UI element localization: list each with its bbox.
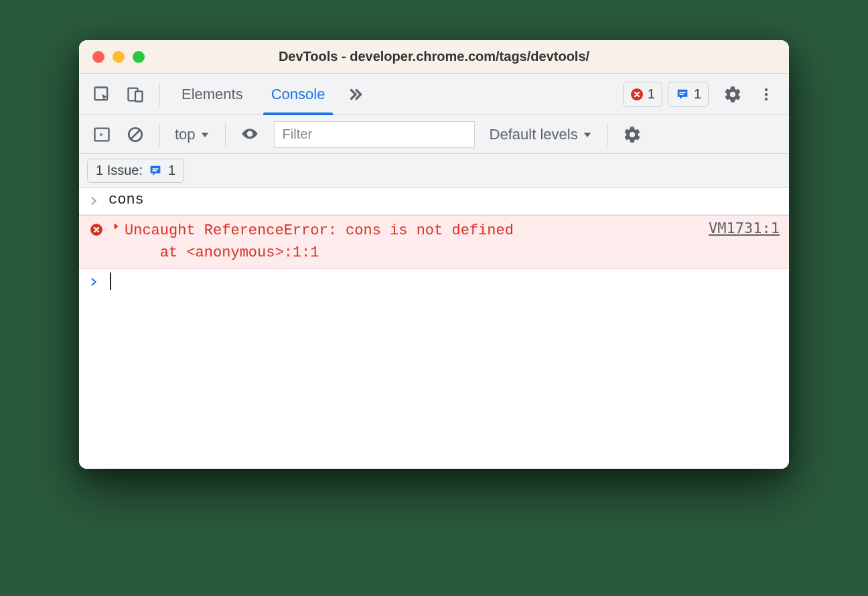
filter-input[interactable] [274, 121, 475, 148]
error-icon [88, 222, 104, 238]
svg-rect-14 [152, 170, 156, 171]
issues-chip[interactable]: 1 Issue: 1 [87, 159, 184, 183]
expand-triangle-icon[interactable] [111, 222, 121, 231]
traffic-lights [79, 51, 145, 63]
svg-rect-5 [679, 94, 683, 95]
text-cursor [110, 273, 111, 290]
console-toolbar: top Default levels [79, 115, 789, 154]
tab-console-label: Console [271, 86, 326, 103]
issue-icon [148, 163, 163, 178]
separator [225, 123, 226, 146]
log-levels-label: Default levels [490, 126, 578, 143]
svg-rect-13 [152, 168, 158, 169]
separator [159, 83, 160, 106]
context-selector-label: top [175, 126, 196, 143]
svg-point-12 [248, 132, 250, 135]
svg-rect-4 [679, 92, 685, 93]
chevron-down-icon [582, 129, 593, 140]
errors-badge[interactable]: 1 [623, 82, 662, 107]
issues-chip-prefix: 1 Issue: [96, 163, 143, 178]
close-window-button[interactable] [92, 51, 104, 63]
console-error-row: Uncaught ReferenceError: cons is not def… [79, 215, 789, 269]
svg-point-8 [765, 97, 768, 100]
svg-rect-0 [95, 87, 108, 100]
issue-icon [675, 87, 690, 102]
context-selector[interactable]: top [169, 126, 216, 143]
window-title: DevTools - developer.chrome.com/tags/dev… [79, 49, 789, 64]
errors-count: 1 [648, 86, 655, 102]
inspect-element-icon[interactable] [87, 80, 117, 109]
title-bar: DevTools - developer.chrome.com/tags/dev… [79, 40, 789, 74]
main-tab-bar: Elements Console 1 [79, 74, 789, 115]
tab-elements-label: Elements [182, 86, 243, 103]
device-toggle-icon[interactable] [121, 80, 150, 109]
console-settings-icon[interactable] [618, 120, 647, 149]
chevron-right-icon [88, 273, 99, 291]
log-levels-selector[interactable]: Default levels [484, 126, 598, 143]
minimize-window-button[interactable] [113, 51, 125, 63]
chevron-right-icon [88, 192, 99, 210]
issues-bar: 1 Issue: 1 [79, 154, 789, 188]
settings-icon[interactable] [718, 80, 747, 109]
console-prompt-row[interactable] [79, 269, 789, 295]
issues-count: 1 [694, 86, 701, 102]
status-badges: 1 1 [623, 82, 709, 107]
issues-chip-count: 1 [168, 163, 175, 178]
clear-console-icon[interactable] [121, 120, 150, 149]
console-log-area: cons Uncaught ReferenceError: cons is no… [79, 188, 789, 469]
chevron-down-icon [200, 129, 210, 140]
more-tabs-icon[interactable] [341, 80, 370, 109]
error-icon [630, 88, 644, 101]
issues-badge[interactable]: 1 [668, 82, 709, 107]
toggle-sidebar-icon[interactable] [87, 120, 117, 149]
console-error-message: Uncaught ReferenceError: cons is not def… [125, 220, 695, 264]
devtools-window: DevTools - developer.chrome.com/tags/dev… [79, 40, 789, 469]
console-input-code: cons [108, 192, 144, 208]
svg-rect-2 [135, 91, 143, 101]
svg-point-7 [765, 92, 768, 95]
separator [607, 123, 608, 146]
tab-elements[interactable]: Elements [169, 74, 255, 115]
console-error-source-link[interactable]: VM1731:1 [709, 220, 780, 236]
maximize-window-button[interactable] [133, 51, 145, 63]
svg-line-11 [131, 130, 140, 139]
console-input-row: cons [79, 188, 789, 215]
live-expression-icon[interactable] [235, 120, 265, 149]
svg-point-6 [765, 88, 768, 90]
tab-console[interactable]: Console [259, 74, 338, 115]
separator [159, 123, 160, 146]
kebab-menu-icon[interactable] [751, 80, 781, 109]
